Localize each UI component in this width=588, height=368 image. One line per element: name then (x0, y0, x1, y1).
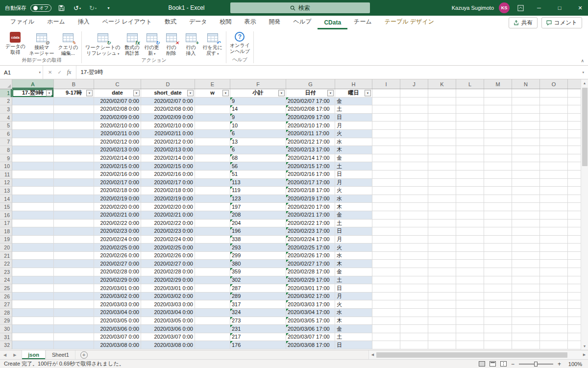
cell-F30[interactable]: 231 (230, 325, 286, 333)
cell-N3[interactable] (512, 105, 540, 114)
row-header-30[interactable]: 30 (0, 325, 12, 333)
column-header-J[interactable]: J (400, 79, 428, 89)
cell-E15[interactable] (195, 203, 230, 211)
cell-J15[interactable] (400, 203, 428, 211)
cell-D12[interactable]: 2020/02/17 0:00 (141, 179, 195, 187)
row-header-21[interactable]: 21 (0, 252, 12, 260)
cell-F31[interactable]: 217 (230, 333, 286, 342)
cell-N26[interactable] (512, 293, 540, 301)
cell-G24[interactable]: 2020/02/29 17:00 (286, 276, 335, 285)
cell-I14[interactable] (372, 195, 400, 203)
cell-N29[interactable] (512, 317, 540, 325)
cell-B14[interactable] (54, 195, 94, 203)
cell-J28[interactable] (400, 309, 428, 317)
cell-O6[interactable] (540, 130, 568, 138)
ribbon-button-行の削除[interactable]: ✕行の 削除 (162, 31, 181, 56)
cell-H18[interactable]: 日 (335, 227, 372, 236)
row-header-1[interactable]: 1 (0, 89, 12, 98)
ribbon-tab-ページ レイアウト[interactable]: ページ レイアウト (96, 18, 158, 29)
cell-F12[interactable]: 113 (230, 179, 286, 187)
cell-J20[interactable] (400, 244, 428, 252)
row-header-11[interactable]: 11 (0, 171, 12, 179)
cell-E26[interactable] (195, 293, 230, 301)
cell-A25[interactable] (12, 284, 54, 293)
cell-H21[interactable]: 水 (335, 252, 372, 260)
cell-I19[interactable] (372, 236, 400, 244)
cell-G20[interactable]: 2020/02/25 17:00 (286, 244, 335, 252)
cell-N30[interactable] (512, 325, 540, 333)
cell-A1[interactable]: 17-翌9時▼ (12, 89, 54, 98)
cell-M22[interactable] (484, 260, 512, 268)
ribbon-button-数式の再計算[interactable]: fx数式の 再計算 (122, 31, 142, 56)
cell-A2[interactable] (12, 98, 54, 106)
cell-E32[interactable] (195, 341, 230, 349)
cell-H13[interactable]: 火 (335, 187, 372, 195)
cell-D17[interactable]: 2020/02/22 0:00 (141, 220, 195, 228)
cell-M25[interactable] (484, 284, 512, 293)
ribbon-tab-ファイル[interactable]: ファイル (4, 18, 41, 29)
row-header-28[interactable]: 28 (0, 309, 12, 317)
cell-B7[interactable] (54, 138, 94, 147)
cell-K32[interactable] (428, 341, 456, 349)
cell-F11[interactable]: 51 (230, 171, 286, 179)
cell-F8[interactable]: 6 (230, 146, 286, 154)
cell-A27[interactable] (12, 300, 54, 309)
cell-I20[interactable] (372, 244, 400, 252)
cell-L4[interactable] (456, 114, 484, 122)
ribbon-tab-表示[interactable]: 表示 (238, 18, 263, 29)
cell-F3[interactable]: 14 (230, 105, 286, 114)
cell-B23[interactable] (54, 268, 94, 276)
cell-G8[interactable]: 2020/02/13 17:00 (286, 146, 335, 154)
row-header-15[interactable]: 15 (0, 203, 12, 211)
cell-B29[interactable] (54, 317, 94, 325)
cell-L18[interactable] (456, 227, 484, 236)
row-header-8[interactable]: 8 (0, 146, 12, 154)
cell-E24[interactable] (195, 276, 230, 285)
cell-B3[interactable] (54, 105, 94, 114)
cell-J1[interactable] (400, 89, 428, 98)
cell-F17[interactable]: 204 (230, 220, 286, 228)
cell-C11[interactable]: 2020/02/16 0:00 (94, 171, 141, 179)
cell-M17[interactable] (484, 220, 512, 228)
cell-D14[interactable]: 2020/02/19 0:00 (141, 195, 195, 203)
cell-A11[interactable] (12, 171, 54, 179)
cell-H1[interactable]: 曜日▼ (335, 89, 372, 98)
cell-C24[interactable]: 2020/02/29 0:00 (94, 276, 141, 285)
cell-B21[interactable] (54, 252, 94, 260)
cell-E19[interactable] (195, 236, 230, 244)
cell-L20[interactable] (456, 244, 484, 252)
cell-D25[interactable]: 2020/03/01 0:00 (141, 284, 195, 293)
cell-B12[interactable] (54, 179, 94, 187)
column-header-N[interactable]: N (512, 79, 540, 89)
cell-O26[interactable] (540, 293, 568, 301)
cell-H14[interactable]: 水 (335, 195, 372, 203)
cell-J13[interactable] (400, 187, 428, 195)
cell-I29[interactable] (372, 317, 400, 325)
cell-K24[interactable] (428, 276, 456, 285)
cell-E10[interactable] (195, 162, 230, 171)
cell-J26[interactable] (400, 293, 428, 301)
cell-G26[interactable]: 2020/03/02 17:00 (286, 293, 335, 301)
cell-I2[interactable] (372, 98, 400, 106)
cell-A13[interactable] (12, 187, 54, 195)
cell-N10[interactable] (512, 162, 540, 171)
cell-N15[interactable] (512, 203, 540, 211)
row-header-24[interactable]: 24 (0, 276, 12, 285)
cell-L14[interactable] (456, 195, 484, 203)
cell-O10[interactable] (540, 162, 568, 171)
ribbon-button-行を元に戻す[interactable]: ↶行を元に 戻す▾ (201, 31, 224, 56)
row-header-20[interactable]: 20 (0, 244, 12, 252)
filter-dropdown-icon[interactable]: ▼ (46, 90, 52, 96)
cell-I4[interactable] (372, 114, 400, 122)
cell-N24[interactable] (512, 276, 540, 285)
cell-O24[interactable] (540, 276, 568, 285)
cell-G4[interactable]: 2020/02/09 17:00 (286, 114, 335, 122)
cell-O25[interactable] (540, 284, 568, 293)
cell-L30[interactable] (456, 325, 484, 333)
cell-C2[interactable]: 2020/02/07 0:00 (94, 98, 141, 106)
cell-J30[interactable] (400, 325, 428, 333)
vertical-scroll-thumb[interactable] (582, 88, 588, 166)
cell-N1[interactable] (512, 89, 540, 98)
cell-B1[interactable]: 9-17時▼ (54, 89, 94, 98)
cell-C23[interactable]: 2020/02/28 0:00 (94, 268, 141, 276)
